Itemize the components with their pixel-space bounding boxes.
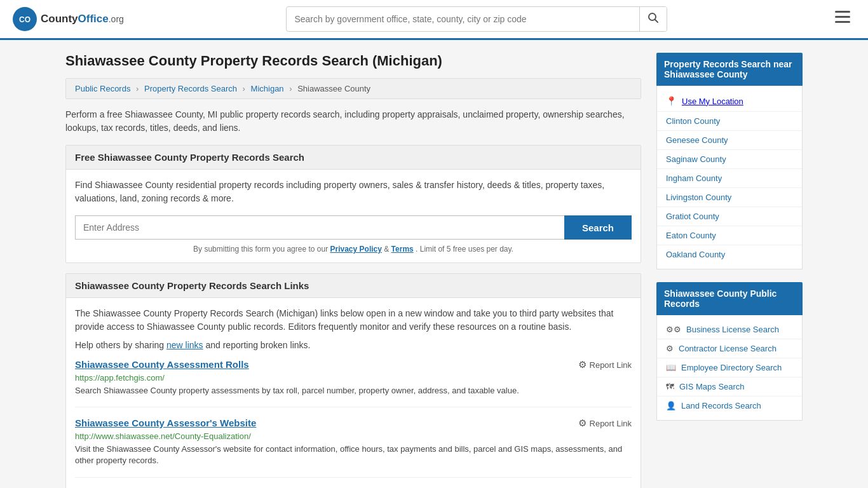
report-link-assessor[interactable]: ⚙ Report Link — [578, 417, 632, 429]
sidebar-item-land-records[interactable]: 👤 Land Records Search — [657, 396, 802, 415]
logo-text: CountyOffice.org — [41, 13, 124, 25]
breadcrumb: Public Records › Property Records Search… — [65, 78, 641, 99]
link-url-assessment[interactable]: https://app.fetchgis.com/ — [75, 373, 632, 383]
gear2-icon: ⚙⚙ — [666, 325, 681, 334]
header-search-bar — [286, 6, 667, 32]
nearby-section: Property Records Search near Shiawassee … — [656, 53, 803, 269]
breadcrumb-property-records-search[interactable]: Property Records Search — [144, 84, 237, 93]
use-location[interactable]: 📍 Use My Location — [657, 91, 802, 112]
sidebar: Property Records Search near Shiawassee … — [656, 53, 803, 488]
sidebar-item-contractor-license[interactable]: ⚙ Contractor License Search — [657, 339, 802, 358]
logo[interactable]: CO CountyOffice.org — [13, 7, 124, 31]
share-note: Help others by sharing new links and rep… — [75, 340, 632, 350]
link-url-assessor[interactable]: http://www.shiawassee.net/County-Equaliz… — [75, 431, 632, 441]
sidebar-item-livingston[interactable]: Livingston County — [657, 188, 802, 207]
nearby-title: Property Records Search near Shiawassee … — [656, 53, 803, 86]
address-search-button[interactable]: Search — [564, 215, 632, 240]
site-header: CO CountyOffice.org — [0, 0, 868, 40]
sidebar-item-business-license[interactable]: ⚙⚙ Business License Search — [657, 320, 802, 339]
page-title: Shiawassee County Property Records Searc… — [65, 53, 641, 69]
report-icon: ⚙ — [578, 359, 587, 370]
links-description: The Shiawassee County Property Records S… — [75, 307, 632, 334]
map-icon: 🗺 — [666, 382, 674, 391]
sidebar-item-oakland[interactable]: Oakland County — [657, 245, 802, 264]
sidebar-item-employee-directory[interactable]: 📖 Employee Directory Search — [657, 358, 802, 377]
public-records-body: ⚙⚙ Business License Search ⚙ Contractor … — [656, 315, 803, 421]
public-records-section: Shiawassee County Public Records ⚙⚙ Busi… — [656, 282, 803, 421]
logo-icon: CO — [13, 7, 37, 31]
report-link-assessment[interactable]: ⚙ Report Link — [578, 359, 632, 370]
free-search-description: Find Shiawassee County residential prope… — [75, 179, 632, 205]
address-search-form: Search — [75, 215, 632, 240]
link-item: Shiawassee County Assessor's Website ⚙ R… — [75, 417, 632, 477]
sidebar-item-eaton[interactable]: Eaton County — [657, 226, 802, 245]
free-search-title: Free Shiawassee County Property Records … — [66, 146, 641, 170]
form-note: By submitting this form you agree to our… — [75, 245, 632, 254]
links-section: Shiawassee County Property Records Searc… — [65, 273, 641, 488]
terms-link[interactable]: Terms — [391, 245, 414, 254]
page-description: Perform a free Shiawassee County, MI pub… — [65, 108, 641, 135]
report-icon: ⚙ — [578, 417, 587, 429]
sidebar-item-ingham[interactable]: Ingham County — [657, 169, 802, 188]
breadcrumb-michigan[interactable]: Michigan — [251, 84, 284, 93]
use-my-location-link[interactable]: Use My Location — [682, 97, 743, 106]
links-section-content: The Shiawassee County Property Records S… — [66, 298, 641, 488]
sidebar-item-genesee[interactable]: Genesee County — [657, 131, 802, 150]
nearby-body: 📍 Use My Location Clinton County Genesee… — [656, 86, 803, 269]
breadcrumb-public-records[interactable]: Public Records — [75, 84, 130, 93]
address-input[interactable] — [75, 215, 564, 240]
free-search-content: Find Shiawassee County residential prope… — [66, 170, 641, 262]
gear1-icon: ⚙ — [666, 344, 674, 353]
public-records-title: Shiawassee County Public Records — [656, 282, 803, 315]
hamburger-menu-button[interactable] — [830, 8, 855, 30]
new-links-link[interactable]: new links — [166, 340, 203, 350]
privacy-policy-link[interactable]: Privacy Policy — [330, 245, 382, 254]
location-pin-icon: 📍 — [666, 96, 677, 106]
sidebar-item-clinton[interactable]: Clinton County — [657, 112, 802, 131]
header-search-input[interactable] — [287, 9, 639, 29]
main-container: Shiawassee County Property Records Searc… — [53, 40, 815, 488]
link-item: Shiawassee County Assessment Rolls ⚙ Rep… — [75, 359, 632, 407]
sidebar-item-gratiot[interactable]: Gratiot County — [657, 207, 802, 226]
person-icon: 👤 — [666, 401, 676, 410]
breadcrumb-current: Shiawassee County — [297, 84, 370, 93]
svg-rect-5 — [835, 16, 850, 18]
links-section-title: Shiawassee County Property Records Searc… — [66, 274, 641, 298]
svg-rect-4 — [835, 11, 850, 13]
svg-text:CO: CO — [19, 15, 31, 24]
link-desc-assessment: Search Shiawassee County property assess… — [75, 385, 632, 396]
header-right — [830, 8, 855, 30]
link-title-assessor[interactable]: Shiawassee County Assessor's Website — [75, 417, 256, 428]
svg-rect-6 — [835, 21, 850, 23]
sidebar-item-saginaw[interactable]: Saginaw County — [657, 150, 802, 169]
header-search-button[interactable] — [639, 7, 667, 31]
sidebar-item-gis-maps[interactable]: 🗺 GIS Maps Search — [657, 377, 802, 396]
book-icon: 📖 — [666, 363, 676, 372]
link-title-assessment[interactable]: Shiawassee County Assessment Rolls — [75, 359, 249, 370]
svg-line-3 — [655, 20, 658, 23]
content-area: Shiawassee County Property Records Searc… — [65, 53, 641, 488]
free-search-section: Free Shiawassee County Property Records … — [65, 145, 641, 263]
link-desc-assessor: Visit the Shiawassee County Assessor's w… — [75, 444, 632, 466]
